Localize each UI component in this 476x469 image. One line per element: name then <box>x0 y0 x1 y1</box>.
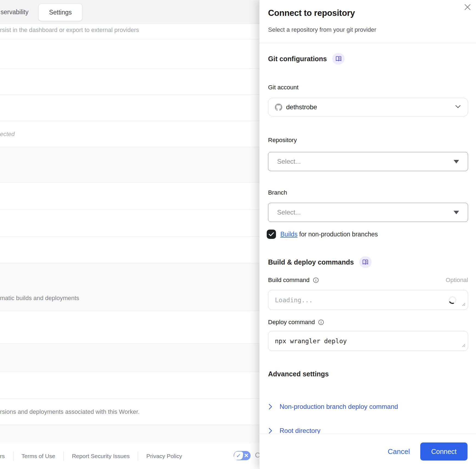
advanced-settings-heading-text: Advanced settings <box>268 370 329 378</box>
divider <box>0 39 259 39</box>
divider <box>0 95 259 95</box>
divider <box>0 210 259 210</box>
builds-checkbox[interactable] <box>267 230 276 239</box>
footer-link-security[interactable]: Report Security Issues <box>72 453 130 459</box>
build-command-label: Build command <box>268 277 310 284</box>
table-row <box>0 263 259 311</box>
drawer-subtitle: Select a repository from your git provid… <box>268 26 376 33</box>
deploy-command-label: Deploy command <box>268 319 315 326</box>
github-icon <box>275 104 282 111</box>
loading-spinner-icon <box>448 295 457 305</box>
footer-link-partial[interactable]: rs <box>0 453 5 459</box>
builds-description: matic builds and deployments <box>0 295 79 302</box>
docs-book-icon[interactable] <box>332 53 345 65</box>
table-row <box>0 425 259 443</box>
build-command-placeholder: Loading... <box>275 297 313 304</box>
git-configurations-heading: Git configurations <box>268 53 345 65</box>
background-page: servability Settings rsist in the dashbo… <box>0 0 259 469</box>
divider <box>0 372 259 372</box>
info-icon[interactable] <box>318 319 324 325</box>
divider <box>0 343 259 344</box>
footer-links: rs Terms of Use Report Security Issues P… <box>0 443 259 469</box>
tab-settings-label: Settings <box>49 9 72 16</box>
drawer-footer: Cancel Connect <box>260 434 476 469</box>
git-account-select[interactable]: dethstrobe <box>268 98 468 116</box>
divider <box>0 263 259 263</box>
resize-handle-icon[interactable] <box>462 301 466 308</box>
divider <box>0 311 259 311</box>
footer-separator <box>138 452 138 461</box>
page-footer: rs Terms of Use Report Security Issues P… <box>0 443 259 469</box>
chevron-down-icon <box>455 104 461 110</box>
chevron-right-icon <box>268 403 272 410</box>
versions-description: rsions and deployments associated with t… <box>0 408 140 415</box>
build-command-textarea[interactable]: Loading... <box>268 290 468 310</box>
optional-badge: Optional <box>446 277 468 284</box>
footer-separator <box>13 452 13 461</box>
chevron-right-icon <box>268 427 272 434</box>
resize-handle-icon[interactable] <box>462 342 466 349</box>
repository-select[interactable]: Select... <box>268 152 468 171</box>
root-directory-link: Root directory <box>280 427 320 435</box>
branch-label: Branch <box>268 189 287 196</box>
dropdown-arrow-icon <box>454 211 459 214</box>
tab-observability[interactable]: servability <box>1 0 28 24</box>
deploy-command-textarea[interactable]: npx wrangler deploy <box>268 331 468 351</box>
docs-book-icon[interactable] <box>359 256 372 268</box>
footer-separator <box>63 452 64 461</box>
connection-status-text: ected <box>0 131 15 138</box>
close-icon[interactable] <box>463 2 472 12</box>
connect-repository-drawer: Connect to repository Select a repositor… <box>259 0 476 469</box>
drawer-title: Connect to repository <box>268 8 355 18</box>
divider <box>0 425 259 425</box>
build-deploy-heading-text: Build & deploy commands <box>268 258 354 266</box>
nonprod-deploy-command-disclosure[interactable]: Non-production branch deploy command <box>268 403 398 411</box>
divider <box>260 43 476 43</box>
cookie-preferences-icon[interactable]: ✓ ✕ <box>234 451 251 460</box>
dropdown-arrow-icon <box>454 160 459 163</box>
root-directory-disclosure[interactable]: Root directory <box>268 427 320 435</box>
git-account-label: Git account <box>268 84 298 91</box>
cookie-check-icon: ✓ <box>234 452 243 460</box>
builds-checkbox-label: Builds for non-production branches <box>280 231 378 238</box>
branch-select[interactable]: Select... <box>268 203 468 222</box>
divider <box>0 182 259 183</box>
cookie-x-icon: ✕ <box>244 452 249 459</box>
info-icon[interactable] <box>313 277 319 283</box>
build-command-row: Build command Optional <box>268 277 468 284</box>
divider <box>0 69 259 69</box>
connect-button[interactable]: Connect <box>420 442 468 461</box>
deploy-command-value: npx wrangler deploy <box>275 338 347 345</box>
divider <box>0 398 259 399</box>
table-row <box>0 147 259 182</box>
builds-suffix-text: for non-production branches <box>299 231 378 238</box>
table-row <box>0 343 259 372</box>
git-account-value: dethstrobe <box>286 103 317 111</box>
repository-label: Repository <box>268 137 297 144</box>
cancel-button[interactable]: Cancel <box>384 434 414 469</box>
advanced-settings-heading: Advanced settings <box>268 370 329 378</box>
repository-placeholder: Select... <box>277 158 301 165</box>
branch-placeholder: Select... <box>277 209 301 216</box>
divider <box>0 147 259 147</box>
git-configurations-heading-text: Git configurations <box>268 55 327 63</box>
footer-link-terms[interactable]: Terms of Use <box>22 453 55 459</box>
divider <box>0 236 259 237</box>
observability-description: rsist in the dashboard or export to exte… <box>0 27 139 34</box>
build-deploy-heading: Build & deploy commands <box>268 256 372 268</box>
tab-settings[interactable]: Settings <box>38 4 83 21</box>
footer-link-privacy[interactable]: Privacy Policy <box>146 453 182 459</box>
tab-bar: servability Settings <box>0 0 259 24</box>
deploy-command-row: Deploy command <box>268 319 468 326</box>
nonprod-deploy-command-link: Non-production branch deploy command <box>280 403 398 411</box>
divider <box>0 121 259 121</box>
builds-link[interactable]: Builds <box>280 231 298 238</box>
